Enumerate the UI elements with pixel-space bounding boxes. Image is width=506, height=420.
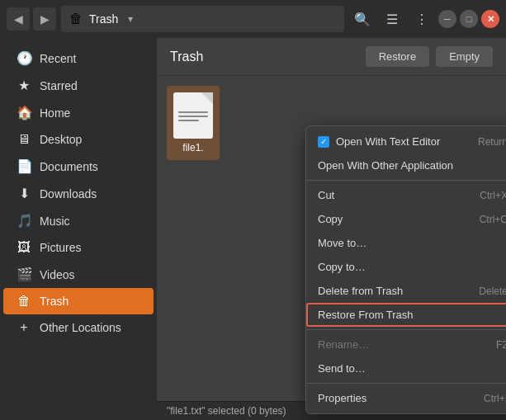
ctx-properties[interactable]: Properties Ctrl+I — [306, 386, 506, 410]
ctx-copy[interactable]: Copy Ctrl+C — [306, 207, 506, 231]
ctx-open-text-editor-label: Open With Text Editor — [336, 135, 440, 148]
search-icon: 🔍 — [354, 12, 371, 27]
ctx-send-to-left: Send to… — [318, 362, 366, 375]
view-button[interactable]: ☰ — [379, 6, 405, 32]
ctx-cut-shortcut: Ctrl+X — [480, 190, 506, 201]
ctx-cut[interactable]: Cut Ctrl+X — [306, 183, 506, 207]
search-button[interactable]: 🔍 — [349, 6, 376, 32]
main-layout: 🕐 Recent ★ Starred 🏠 Home 🖥 Desktop 📄 Do… — [0, 38, 506, 420]
file-line-3 — [178, 120, 199, 121]
ctx-send-to[interactable]: Send to… — [306, 356, 506, 380]
sidebar-item-pictures[interactable]: 🖼 Pictures — [3, 234, 154, 261]
ctx-open-text-editor-shortcut: Return — [478, 136, 506, 148]
ctx-open-text-editor[interactable]: ✓ Open With Text Editor Return — [306, 130, 506, 153]
sidebar-item-home[interactable]: 🏠 Home — [3, 99, 154, 126]
empty-button[interactable]: Empty — [436, 46, 493, 67]
content-action-buttons: Restore Empty — [366, 46, 493, 67]
ctx-cut-left: Cut — [318, 189, 334, 201]
home-icon: 🏠 — [17, 105, 31, 120]
music-icon: 🎵 — [17, 213, 31, 229]
file-line-2 — [178, 116, 208, 117]
restore-button[interactable]: Restore — [366, 46, 430, 67]
starred-icon: ★ — [17, 78, 31, 93]
sidebar-item-documents[interactable]: 📄 Documents — [3, 153, 154, 180]
ctx-open-other-left: Open With Other Application — [318, 159, 453, 172]
ctx-delete-shortcut: Delete — [479, 286, 506, 297]
ctx-move-to[interactable]: Move to… — [306, 231, 506, 255]
sidebar-item-trash[interactable]: 🗑 Trash — [3, 288, 154, 314]
back-button[interactable]: ◀ — [7, 7, 30, 31]
sidebar-label-documents: Documents — [40, 160, 98, 173]
ctx-copy-to[interactable]: Copy to… — [306, 255, 506, 279]
downloads-icon: ⬇ — [17, 186, 31, 201]
ctx-delete[interactable]: Delete from Trash Delete — [306, 279, 506, 303]
sidebar-item-music[interactable]: 🎵 Music — [3, 207, 154, 234]
forward-icon: ▶ — [40, 12, 50, 26]
ctx-rename[interactable]: Rename… F2 — [306, 333, 506, 356]
ctx-copy-left: Copy — [318, 213, 343, 225]
ctx-copy-to-label: Copy to… — [318, 261, 366, 273]
sidebar-item-other-locations[interactable]: + Other Locations — [3, 314, 154, 341]
minimize-button[interactable]: ─ — [438, 10, 456, 28]
ctx-open-text-editor-left: ✓ Open With Text Editor — [318, 135, 440, 148]
sidebar-label-pictures: Pictures — [40, 241, 82, 254]
other-icon: + — [17, 320, 31, 335]
maximize-button[interactable]: □ — [460, 10, 478, 28]
sidebar-label-recent: Recent — [40, 52, 76, 65]
content-header: Trash Restore Empty — [157, 38, 506, 76]
sidebar: 🕐 Recent ★ Starred 🏠 Home 🖥 Desktop 📄 Do… — [0, 38, 157, 420]
ctx-open-other[interactable]: Open With Other Application — [306, 153, 506, 177]
sidebar-label-other: Other Locations — [40, 321, 121, 334]
content-title: Trash — [170, 50, 203, 64]
ctx-delete-label: Delete from Trash — [318, 285, 403, 297]
sidebar-item-videos[interactable]: 🎬 Videos — [3, 261, 154, 288]
ctx-rename-shortcut: F2 — [496, 339, 506, 351]
sidebar-label-trash: Trash — [40, 295, 69, 308]
location-bar[interactable]: 🗑 Trash ▾ — [61, 6, 344, 32]
ctx-open-other-label: Open With Other Application — [318, 159, 453, 172]
videos-icon: 🎬 — [17, 267, 31, 282]
close-icon: ✕ — [487, 14, 494, 25]
location-label: Trash — [89, 12, 118, 26]
back-icon: ◀ — [14, 12, 23, 26]
file-icon — [173, 92, 213, 139]
recent-icon: 🕐 — [17, 50, 31, 66]
forward-button[interactable]: ▶ — [33, 7, 56, 31]
ctx-properties-label: Properties — [318, 392, 366, 404]
ctx-rename-label: Rename… — [318, 338, 369, 351]
ctx-send-to-label: Send to… — [318, 362, 366, 375]
ctx-copy-shortcut: Ctrl+C — [480, 214, 506, 225]
content-area: Trash Restore Empty file1. — [157, 38, 506, 420]
maximize-icon: □ — [466, 14, 472, 24]
sidebar-label-downloads: Downloads — [40, 187, 97, 201]
ctx-separator-2 — [306, 329, 506, 330]
file-name: file1. — [182, 142, 203, 153]
file-item[interactable]: file1. — [167, 86, 220, 160]
sidebar-item-desktop[interactable]: 🖥 Desktop — [3, 126, 154, 153]
file-line-1 — [178, 111, 208, 113]
list-icon: ☰ — [386, 12, 398, 27]
sidebar-item-downloads[interactable]: ⬇ Downloads — [3, 180, 154, 207]
sidebar-label-videos: Videos — [40, 268, 75, 281]
minimize-icon: ─ — [444, 14, 451, 24]
location-icon: 🗑 — [69, 12, 83, 26]
pictures-icon: 🖼 — [17, 240, 31, 255]
ctx-restore-label: Restore From Trash — [318, 309, 414, 321]
ctx-properties-shortcut: Ctrl+I — [484, 393, 506, 404]
ctx-restore-left: Restore From Trash — [318, 309, 414, 321]
ctx-checkbox: ✓ — [318, 136, 329, 148]
sidebar-label-starred: Starred — [40, 79, 78, 92]
sidebar-label-home: Home — [40, 106, 70, 120]
sidebar-label-music: Music — [40, 215, 70, 228]
context-menu: ✓ Open With Text Editor Return Open With… — [305, 125, 506, 414]
sidebar-item-recent[interactable]: 🕐 Recent — [3, 45, 154, 72]
sidebar-item-starred[interactable]: ★ Starred — [3, 72, 154, 99]
ctx-move-to-label: Move to… — [318, 237, 366, 249]
ctx-rename-left: Rename… — [318, 338, 369, 351]
sidebar-label-desktop: Desktop — [40, 133, 82, 146]
menu-button[interactable]: ⋮ — [409, 6, 435, 32]
ctx-separator-3 — [306, 383, 506, 384]
menu-icon: ⋮ — [415, 12, 428, 27]
close-button[interactable]: ✕ — [481, 10, 499, 28]
ctx-restore[interactable]: Restore From Trash — [306, 303, 506, 327]
